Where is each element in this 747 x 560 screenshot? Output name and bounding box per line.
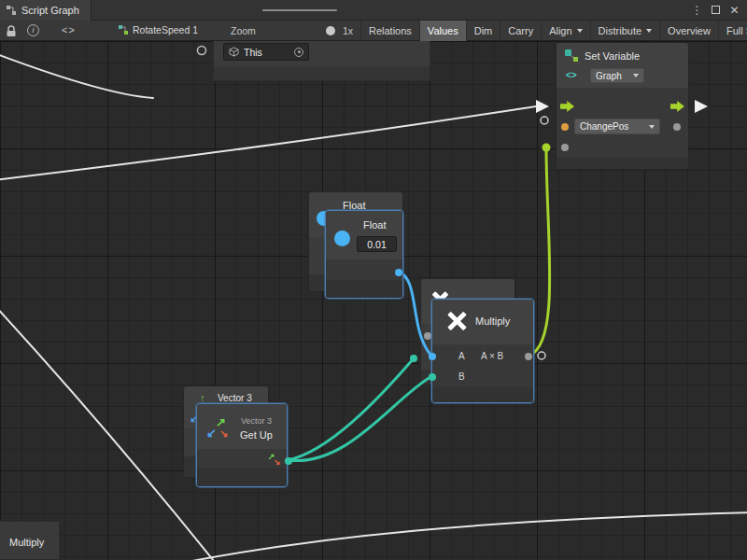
toolbar-button-relations[interactable]: Relations <box>360 21 419 41</box>
variable-name-dropdown[interactable]: ChangePos <box>574 119 660 134</box>
node-title: Multiply <box>475 315 510 327</box>
float-value-field[interactable]: 0.01 <box>357 236 397 252</box>
toolbar-button-align[interactable]: Align <box>541 21 589 41</box>
node-footer <box>557 158 688 169</box>
flow-out-port[interactable] <box>670 101 684 112</box>
node-title: Get Up <box>240 429 273 441</box>
node-title: Set Variable <box>585 50 640 62</box>
graph-breadcrumb-icon <box>118 24 129 35</box>
port-label-a: A <box>458 351 465 361</box>
zoom-value: 1x <box>343 25 353 36</box>
multiply-b-port[interactable] <box>429 373 436 381</box>
node-set-variable[interactable]: Set Variable <> Graph ChangePos <box>556 42 689 170</box>
button-label: Align <box>549 25 571 36</box>
graph-breadcrumb-label: RotateSpeed 1 <box>133 24 198 35</box>
flow-in-port[interactable] <box>560 101 574 112</box>
port-label-b: B <box>458 371 465 382</box>
chevron-down-icon <box>633 74 639 77</box>
arrow-down-left-icon: ↙ <box>206 427 217 439</box>
script-graph-window: Script Graph ⋮ ✕ i <> RotateSpeed 1 Zoom… <box>0 0 747 560</box>
float-icon <box>334 231 350 246</box>
node-multiply[interactable]: Multiply A A × B B <box>431 299 534 403</box>
toolbar-button-distribute[interactable]: Distribute <box>590 21 659 41</box>
zoom-slider-knob[interactable] <box>326 26 335 35</box>
close-icon[interactable]: ✕ <box>727 3 741 18</box>
arrow-down-right-icon: ↘ <box>219 428 228 439</box>
script-graph-icon <box>6 5 17 16</box>
set-variable-icon <box>564 49 579 63</box>
toolbar-button-carry[interactable]: Carry <box>500 21 541 41</box>
multiply-a-port[interactable] <box>429 353 436 360</box>
toolbar-button-group: Relations Values Dim Carry Align Distrib… <box>360 21 747 41</box>
zoom-label: Zoom <box>231 25 256 36</box>
float-value: 0.01 <box>367 239 386 250</box>
node-type-label: Vector 3 <box>241 416 272 426</box>
button-label: Distribute <box>599 25 641 36</box>
cube-icon <box>229 47 239 57</box>
menu-icon[interactable]: ⋮ <box>690 3 704 18</box>
button-label: Values <box>428 25 458 36</box>
tab-title: Script Graph <box>21 5 79 16</box>
value-in-port[interactable] <box>561 144 569 151</box>
maximize-glyph <box>712 6 720 14</box>
node-float[interactable]: Float 0.01 <box>325 210 403 299</box>
this-object-field[interactable]: This <box>223 43 309 61</box>
node-title: Float <box>363 219 386 231</box>
node-multiply-corner[interactable]: Multiply <box>0 521 60 560</box>
tab-script-graph[interactable]: Script Graph <box>0 0 92 21</box>
float-out-port[interactable] <box>395 269 402 276</box>
node-footer <box>326 280 402 298</box>
toolbar-button-dim[interactable]: Dim <box>466 21 500 41</box>
chevron-down-icon <box>649 125 655 129</box>
node-footer <box>197 468 287 486</box>
this-field-label: This <box>244 47 289 58</box>
info-icon[interactable]: i <box>27 24 39 36</box>
dropdown-value: ChangePos <box>580 121 628 132</box>
variable-name-port[interactable] <box>561 123 569 131</box>
node-footer <box>432 387 533 402</box>
node-get-up[interactable]: ↗ ↙ ↘ Vector 3 Get Up ↗ ↘ <box>196 403 288 487</box>
multiply-out-port[interactable] <box>525 353 532 360</box>
angle-brackets-icon[interactable]: <> <box>62 24 76 35</box>
graph-kind-icon: <> <box>566 70 577 80</box>
lock-icon[interactable] <box>6 25 17 37</box>
button-label: Full Screen <box>726 25 747 36</box>
button-label: Carry <box>508 25 533 36</box>
node-title: Multiply <box>9 537 44 548</box>
toolbar-button-values[interactable]: Values <box>419 21 466 41</box>
graph-toolbar: i <> RotateSpeed 1 Zoom 1x Relations Val… <box>0 21 747 41</box>
variable-kind-dropdown[interactable]: Graph <box>590 68 644 83</box>
port-label-output: A × B <box>481 351 503 361</box>
object-picker-icon[interactable] <box>294 48 303 57</box>
button-label: Dim <box>474 25 493 36</box>
toolbar-button-overview[interactable]: Overview <box>659 21 718 41</box>
toolbar-button-fullscreen[interactable]: Full Screen <box>718 21 747 41</box>
button-label: Overview <box>668 25 711 36</box>
node-title: Vector 3 <box>218 393 252 403</box>
dropdown-value: Graph <box>596 71 622 81</box>
zoom-slider[interactable] <box>262 9 337 11</box>
chevron-down-icon <box>646 29 652 33</box>
arrow-down-right-icon: ↘ <box>274 458 281 467</box>
button-label: Relations <box>369 25 412 36</box>
titlebar: Script Graph ⋮ ✕ <box>0 0 747 21</box>
window-controls: ⋮ ✕ <box>690 3 747 18</box>
maximize-icon[interactable] <box>709 3 723 18</box>
arrow-up-icon: ↑ <box>200 393 205 403</box>
this-node-panel[interactable]: This <box>213 41 430 81</box>
graph-breadcrumb[interactable]: RotateSpeed 1 <box>118 24 198 35</box>
value-out-port[interactable] <box>673 123 681 131</box>
multiply-icon <box>445 310 468 332</box>
getup-out-port[interactable] <box>285 457 292 465</box>
chevron-down-icon <box>577 29 583 33</box>
